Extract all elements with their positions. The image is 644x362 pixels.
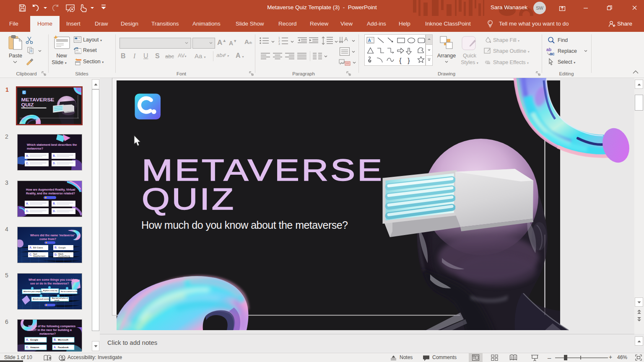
svg-text:Stephenson: Stephenson (33, 255, 45, 257)
svg-text:B.: B. (53, 202, 56, 205)
svg-text:C: C (23, 90, 26, 94)
svg-text:B.: B. (54, 338, 57, 341)
svg-text:Which of the following compani: Which of the following companies (28, 325, 75, 328)
svg-text:METAVERSE: METAVERSE (142, 153, 384, 187)
svg-text:Attend a work meeting: Attend a work meeting (33, 298, 50, 300)
svg-text:is NOT in the race for buildin: is NOT in the race for building a (27, 328, 72, 332)
svg-text:How much do you know about the: How much do you know about the metaverse… (141, 219, 348, 231)
svg-text:Zuckerburg: Zuckerburg (58, 255, 70, 257)
svg-text:Where did the name 'metaverse': Where did the name 'metaverse' (30, 234, 75, 237)
svg-text:A.: A. (29, 246, 32, 249)
svg-text:Go to a concert or film: Go to a concert or film (61, 290, 78, 292)
svg-text:D.: D. (53, 162, 56, 165)
svg-text:C.: C. (29, 253, 32, 256)
svg-text:goods: goods (55, 299, 60, 301)
svg-text:METAVERSE: METAVERSE (21, 97, 55, 102)
svg-text:see or do in the metaverse?: see or do in the metaverse? (30, 282, 69, 285)
svg-text:metaverse?: metaverse? (39, 332, 56, 335)
svg-text:QUIZ: QUIZ (21, 102, 34, 107)
svg-text:come from?: come from? (39, 238, 56, 240)
svg-text:D.: D. (53, 209, 56, 212)
svg-text:Microsoft: Microsoft (58, 339, 68, 341)
svg-text:C.: C. (26, 162, 29, 165)
svg-text:metaverse?: metaverse? (27, 147, 43, 150)
svg-text:C.: C. (26, 209, 29, 212)
svg-text:Google: Google (58, 246, 66, 249)
svg-text:Advertise your company: Advertise your company (23, 290, 43, 292)
svg-text:Which statement best describes: Which statement best describes the (27, 143, 77, 146)
svg-text:C.: C. (26, 346, 29, 349)
svg-text:Amazon: Amazon (30, 346, 39, 349)
svg-text:A.: A. (54, 346, 57, 349)
svg-text:1: 1 (278, 36, 280, 39)
svg-text:B.: B. (55, 246, 57, 249)
svg-text:3: 3 (278, 42, 280, 45)
svg-text:D.: D. (55, 253, 57, 256)
svg-text:A.: A. (26, 154, 29, 157)
svg-text:Google: Google (30, 339, 38, 341)
svg-text:B.: B. (53, 154, 56, 157)
svg-text:A: A (368, 38, 371, 43)
svg-text:QUIZ: QUIZ (142, 182, 236, 216)
svg-text:2: 2 (278, 39, 280, 42)
svg-text:Facebook: Facebook (58, 346, 69, 349)
svg-text:Explore a new city: Explore a new city (43, 290, 58, 292)
svg-text:How are Augmented Reality, Vir: How are Augmented Reality, Virtual (26, 188, 75, 191)
svg-text:A: A (344, 36, 348, 42)
svg-text:Reality, and the metaverse rel: Reality, and the metaverse related? (26, 192, 75, 195)
svg-text:{: { (399, 57, 402, 65)
svg-text:What are some things you could: What are some things you could (29, 278, 74, 282)
svg-text:A.: A. (26, 338, 29, 341)
svg-text:A.: A. (26, 202, 29, 205)
svg-text:ac: ac (550, 51, 555, 56)
svg-text:Bill Gates: Bill Gates (33, 246, 43, 249)
svg-text:}: } (408, 57, 410, 65)
